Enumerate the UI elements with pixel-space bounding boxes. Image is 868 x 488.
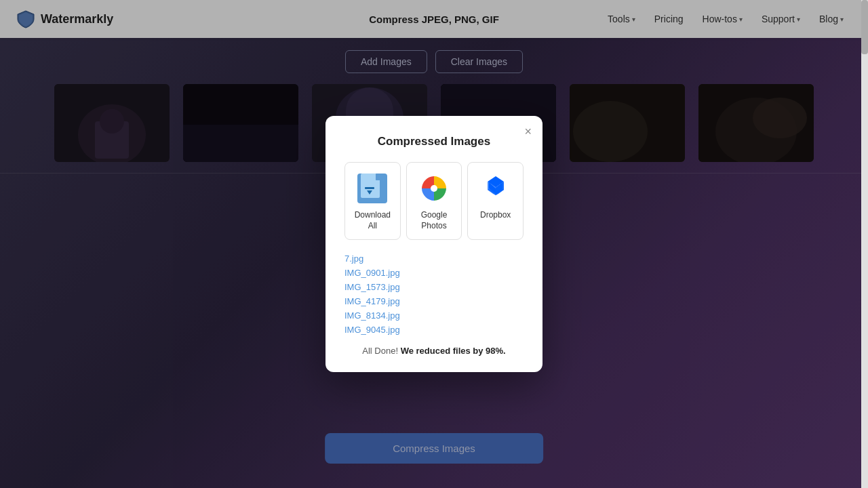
- download-file-icon: [359, 174, 385, 203]
- dropbox-icon: [481, 174, 511, 203]
- dropbox-label: Dropbox: [480, 210, 511, 221]
- download-icon: [357, 174, 387, 203]
- file-link-2[interactable]: IMG_0901.jpg: [344, 268, 524, 278]
- modal-close-button[interactable]: ×: [524, 125, 532, 138]
- modal-title: Compressed Images: [344, 135, 524, 148]
- dropbox-card[interactable]: Dropbox: [467, 162, 524, 240]
- summary-text: All Done! We reduced files by 98%.: [344, 346, 524, 356]
- summary-prefix: All Done!: [362, 346, 400, 356]
- file-link-6[interactable]: IMG_9045.jpg: [344, 325, 524, 335]
- modal-overlay: Compressed Images × DownloadAll: [0, 0, 868, 488]
- scrollbar[interactable]: [861, 0, 868, 488]
- google-photos-svg: [420, 174, 448, 203]
- google-photos-card[interactable]: GooglePhotos: [406, 162, 462, 240]
- file-link-4[interactable]: IMG_4179.jpg: [344, 296, 524, 306]
- compressed-images-modal: Compressed Images × DownloadAll: [326, 116, 542, 372]
- file-link-1[interactable]: 7.jpg: [344, 253, 524, 264]
- svg-point-23: [431, 185, 437, 192]
- svg-rect-20: [376, 174, 384, 180]
- summary-bold: We reduced files by 98%.: [401, 346, 506, 356]
- file-link-5[interactable]: IMG_8134.jpg: [344, 310, 524, 321]
- svg-rect-21: [365, 187, 374, 189]
- google-photos-icon: [419, 174, 449, 203]
- scrollbar-thumb[interactable]: [861, 0, 868, 54]
- action-cards: DownloadAll G: [344, 162, 524, 240]
- download-all-card[interactable]: DownloadAll: [344, 162, 401, 240]
- google-photos-label: GooglePhotos: [421, 210, 448, 231]
- dropbox-svg: [481, 174, 511, 203]
- file-links-list: 7.jpg IMG_0901.jpg IMG_1573.jpg IMG_4179…: [344, 253, 524, 335]
- file-link-3[interactable]: IMG_1573.jpg: [344, 282, 524, 292]
- download-all-label: DownloadAll: [355, 210, 391, 231]
